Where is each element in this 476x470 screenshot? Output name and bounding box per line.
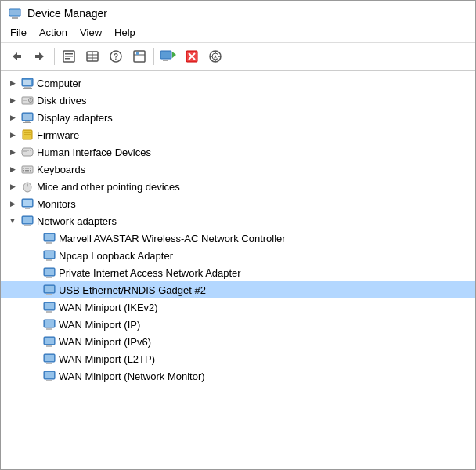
svg-rect-96 xyxy=(45,372,54,378)
tree-item-network-adapters[interactable]: Network adapters xyxy=(1,212,475,230)
svg-rect-49 xyxy=(24,136,28,136)
svg-rect-91 xyxy=(46,345,52,347)
svg-rect-1 xyxy=(12,17,18,19)
menu-view[interactable]: View xyxy=(74,24,108,41)
svg-rect-9 xyxy=(65,56,73,57)
usb-ethernet-label: USB Ethernet/RNDIS Gadget #2 xyxy=(59,284,206,296)
tree-item-wan-ipv6[interactable]: WAN Miniport (IPv6) xyxy=(1,333,475,350)
chevron-monitors xyxy=(7,198,18,209)
svg-rect-90 xyxy=(45,338,54,344)
tree-item-disk-drives[interactable]: Disk drives xyxy=(1,92,475,109)
mouse-icon xyxy=(21,180,34,193)
svg-rect-70 xyxy=(24,225,31,226)
tree-item-wan-ip[interactable]: WAN Miniport (IP) xyxy=(1,316,475,333)
svg-rect-8 xyxy=(65,53,73,55)
svg-rect-47 xyxy=(24,132,31,133)
tree-item-wan-l2tp[interactable]: WAN Miniport (L2TP) xyxy=(1,350,475,367)
update-driver-button[interactable] xyxy=(157,46,179,67)
tree-item-mice[interactable]: Mice and other pointing devices xyxy=(1,178,475,195)
app-icon xyxy=(9,7,21,20)
keyboards-label: Keyboards xyxy=(37,164,85,175)
svg-rect-69 xyxy=(23,217,32,223)
scan-hardware-button[interactable] xyxy=(204,46,226,67)
wan-network-monitor-icon xyxy=(43,370,56,382)
svg-rect-61 xyxy=(30,170,31,172)
npcap-icon xyxy=(43,249,56,262)
firmware-label: Firmware xyxy=(37,129,79,141)
svg-rect-81 xyxy=(45,286,54,292)
tree-item-wan-network-monitor[interactable]: WAN Miniport (Network Monitor) xyxy=(1,367,475,385)
tree-item-usb-ethernet[interactable]: USB Ethernet/RNDIS Gadget #2 xyxy=(1,281,475,298)
svg-rect-67 xyxy=(25,208,30,209)
firmware-icon xyxy=(21,128,34,141)
back-button[interactable] xyxy=(5,46,27,67)
svg-rect-85 xyxy=(46,311,52,313)
about-button[interactable] xyxy=(128,46,150,67)
uninstall-button[interactable] xyxy=(181,46,203,67)
svg-rect-93 xyxy=(45,355,54,361)
svg-rect-41 xyxy=(23,100,27,101)
svg-rect-54 xyxy=(22,166,33,173)
svg-rect-58 xyxy=(30,168,31,169)
svg-rect-34 xyxy=(23,80,31,85)
help-button[interactable]: ? xyxy=(105,46,127,67)
svg-rect-72 xyxy=(45,234,54,240)
svg-rect-79 xyxy=(46,277,52,278)
tree-item-npcap[interactable]: Npcap Loopback Adapter xyxy=(1,247,475,264)
svg-rect-82 xyxy=(46,294,52,295)
tree-item-computer[interactable]: Computer xyxy=(1,74,475,92)
computer-label: Computer xyxy=(37,78,81,89)
pia-label: Private Internet Access Network Adapter xyxy=(59,267,241,279)
svg-rect-40 xyxy=(23,99,28,99)
svg-rect-94 xyxy=(46,363,52,364)
tree-item-keyboards[interactable]: Keyboards xyxy=(1,161,475,178)
menu-action[interactable]: Action xyxy=(33,24,74,41)
device-manager-window: Device Manager File Action View Help xyxy=(0,0,476,470)
toolbar-separator-2 xyxy=(153,48,154,65)
disk-drives-label: Disk drives xyxy=(37,95,87,107)
svg-rect-73 xyxy=(46,242,52,244)
svg-rect-4 xyxy=(16,55,21,58)
network-adapters-label: Network adapters xyxy=(37,215,117,227)
hid-icon xyxy=(21,146,34,158)
svg-rect-78 xyxy=(45,269,54,275)
svg-rect-55 xyxy=(23,168,24,169)
menu-help[interactable]: Help xyxy=(108,24,142,41)
wan-ip-label: WAN Miniport (IP) xyxy=(59,319,140,331)
tree-item-display-adapters[interactable]: Display adapters xyxy=(1,109,475,126)
svg-rect-10 xyxy=(65,58,70,60)
network-adapters-icon xyxy=(21,215,34,227)
menu-file[interactable]: File xyxy=(4,24,33,41)
svg-rect-52 xyxy=(27,150,29,151)
svg-rect-43 xyxy=(23,114,32,120)
disk-icon xyxy=(21,94,34,107)
usb-ethernet-icon xyxy=(43,284,56,296)
svg-rect-53 xyxy=(30,150,31,151)
chevron-network xyxy=(7,215,18,226)
svg-rect-56 xyxy=(25,168,27,169)
svg-rect-57 xyxy=(27,168,29,169)
forward-button[interactable] xyxy=(29,46,51,67)
wan-ikev2-label: WAN Miniport (IKEv2) xyxy=(59,302,158,313)
tree-item-firmware[interactable]: Firmware xyxy=(1,126,475,143)
svg-rect-50 xyxy=(22,148,33,156)
device-tree[interactable]: Computer Disk drives xyxy=(1,71,475,469)
properties-button[interactable] xyxy=(58,46,80,67)
computer-icon xyxy=(21,77,34,89)
tree-item-hid[interactable]: Human Interface Devices xyxy=(1,143,475,161)
menu-bar: File Action View Help xyxy=(1,23,475,43)
tree-item-marvell[interactable]: Marvell AVASTAR Wireless-AC Network Cont… xyxy=(1,230,475,247)
wan-ip-icon xyxy=(43,318,56,331)
svg-text:?: ? xyxy=(114,52,118,61)
svg-rect-20 xyxy=(160,51,171,59)
monitors-label: Monitors xyxy=(37,198,76,210)
tree-item-monitors[interactable]: Monitors xyxy=(1,195,475,212)
tree-item-wan-ikev2[interactable]: WAN Miniport (IKEv2) xyxy=(1,298,475,316)
svg-rect-48 xyxy=(24,134,31,135)
list-button[interactable] xyxy=(81,46,103,67)
keyboard-icon xyxy=(21,163,34,175)
wan-ikev2-icon xyxy=(43,301,56,313)
tree-item-pia[interactable]: Private Internet Access Network Adapter xyxy=(1,264,475,281)
svg-rect-21 xyxy=(163,60,168,61)
chevron-firmware xyxy=(7,129,18,140)
